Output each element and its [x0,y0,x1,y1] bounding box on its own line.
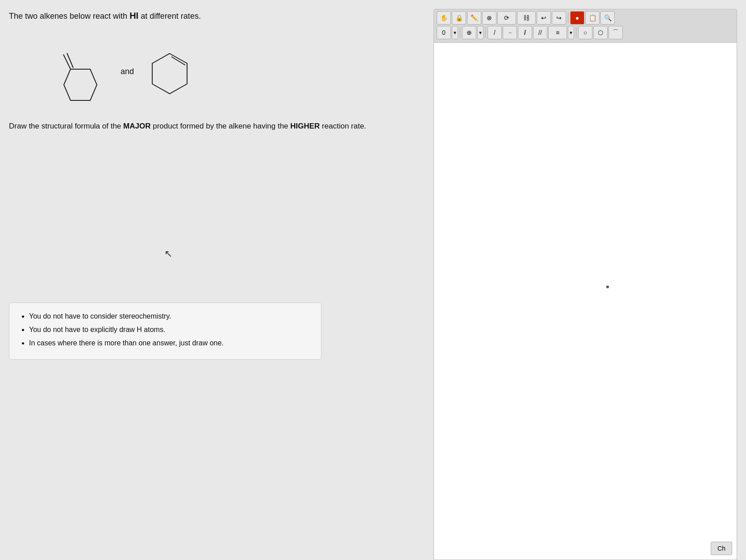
copy-btn[interactable]: 📋 [585,11,600,25]
drawing-canvas[interactable]: Ch [433,43,737,560]
toolbar-row-2: 0 ▼ ⊕ ▼ / ··· / // ≡ ▼ ○ ⬡ ⌒ [437,26,734,39]
and-label: and [121,67,134,76]
hi-symbol: HI [129,11,138,21]
circle-shape-btn[interactable]: ○ [578,26,592,39]
cursor: ↖ [164,248,172,260]
higher-label: HIGHER [290,122,320,130]
single-bond-btn[interactable]: / [488,26,502,39]
separator-2 [460,27,460,38]
molecule-right [147,42,192,100]
color-btn[interactable]: ● [570,11,584,25]
svg-line-1 [63,54,71,69]
draw-instruction: Draw the structural formula of the MAJOR… [9,120,429,132]
separator-1 [568,12,568,23]
lock-btn[interactable]: 🔒 [452,11,466,25]
hint-item-1: You do not have to consider stereochemis… [29,311,310,322]
left-panel: The two alkenes below react with HI at d… [9,9,433,560]
molecule-left [54,36,107,107]
question-intro-text: The two alkenes below react with [9,12,129,21]
undo-btn[interactable]: ↩ [537,11,551,25]
zoom-btn[interactable]: 🔍 [600,11,615,25]
dashed-bond-btn[interactable]: ··· [503,26,517,39]
major-label: MAJOR [123,122,150,130]
draw-instruction-mid: product formed by the alkene having the [150,122,290,130]
plus-circle-btn[interactable]: ⊕ [462,26,476,39]
canvas-dot [606,286,609,288]
right-panel: ✋ 🔒 ✏️ ⊗ ⟳ ⛓ ↩ ↪ ● 📋 🔍 0 ▼ ⊕ ▼ [433,9,737,560]
zero-dropdown[interactable]: ▼ [452,26,458,39]
left-drawing-area[interactable]: ↖ You do not have to consider stereochem… [9,141,429,364]
question-intro: The two alkenes below react with HI at d… [9,9,429,22]
check-button[interactable]: Ch [711,542,732,555]
bold-bond-btn[interactable]: / [518,26,532,39]
pencil-btn[interactable]: ✏️ [467,11,481,25]
toolbar-row-1: ✋ 🔒 ✏️ ⊗ ⟳ ⛓ ↩ ↪ ● 📋 🔍 [437,11,734,25]
bond-dropdown[interactable]: ▼ [568,26,574,39]
plus-dropdown[interactable]: ▼ [477,26,483,39]
svg-marker-0 [64,69,97,100]
double-bond-btn[interactable]: // [533,26,547,39]
hints-box: You do not have to consider stereochemis… [9,303,321,360]
hints-list: You do not have to consider stereochemis… [20,311,310,348]
draw-instruction-end: reaction rate. [320,122,366,130]
zero-btn[interactable]: 0 [437,26,451,39]
question-intro-end: at different rates. [138,12,201,21]
redo-btn[interactable]: ↪ [552,11,566,25]
hand-tool-btn[interactable]: ✋ [437,11,451,25]
separator-3 [485,27,486,38]
draw-instruction-start: Draw the structural formula of the [9,122,123,130]
chain-btn[interactable]: ⛓ [517,11,536,25]
svg-marker-3 [152,54,187,94]
molecules-row: and [54,36,429,107]
circle-x-btn[interactable]: ⊗ [482,11,496,25]
svg-line-2 [67,53,73,68]
loop-btn[interactable]: ⟳ [497,11,516,25]
separator-4 [576,27,576,38]
hint-item-2: You do not have to explicitly draw H ato… [29,324,310,335]
toolbar: ✋ 🔒 ✏️ ⊗ ⟳ ⛓ ↩ ↪ ● 📋 🔍 0 ▼ ⊕ ▼ [433,9,737,43]
hexagon-shape-btn[interactable]: ⬡ [593,26,608,39]
triple-bond-btn[interactable]: ≡ [548,26,567,39]
arc-shape-btn[interactable]: ⌒ [608,26,623,39]
hint-item-3: In cases where there is more than one an… [29,338,310,348]
